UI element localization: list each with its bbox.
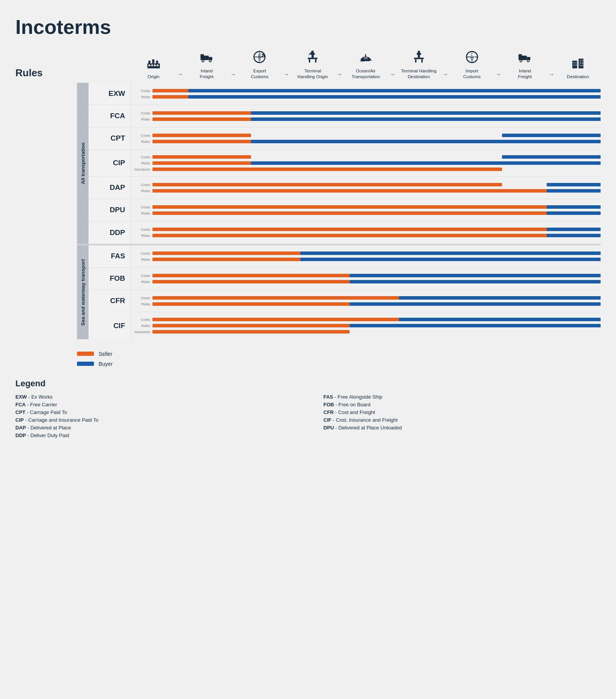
legend-swatches: Seller Buyer xyxy=(77,351,601,367)
def-DPU: DPU - Delivered at Place Unloaded xyxy=(323,425,601,431)
svg-point-13 xyxy=(209,60,211,62)
col-origin: Origin xyxy=(131,56,176,83)
def-CPT: CPT - Carriage Paid To xyxy=(15,409,293,415)
svg-rect-44 xyxy=(582,60,583,62)
term-id-CIF: CIF xyxy=(89,312,131,339)
bars-CIP: Costs Risks xyxy=(131,150,601,176)
term-row-CIF: CIF Costs Risks xyxy=(89,312,601,339)
svg-rect-46 xyxy=(582,62,583,64)
arrow-3: → xyxy=(282,71,290,83)
seller-swatch xyxy=(77,352,94,356)
term-row-FOB: FOB Costs Risks xyxy=(89,268,601,290)
bars-EXW: Costs Risks xyxy=(131,83,601,105)
term-id-CIP: CIP xyxy=(89,150,131,176)
icon-header: Origin → Inland Freight xyxy=(131,50,601,83)
cat-sea-transport: Sea and waterway transport FAS Costs xyxy=(77,245,601,339)
svg-rect-45 xyxy=(580,62,581,64)
arrow-2: → xyxy=(229,71,237,83)
svg-point-35 xyxy=(521,60,522,62)
bars-CIF: Costs Risks xyxy=(131,312,601,339)
bars-FOB: Costs Risks xyxy=(131,268,601,290)
legend-definitions: EXW - Ex Works FAS - Free Alongside Ship… xyxy=(15,394,601,438)
def-EXW: EXW - Ex Works xyxy=(15,394,293,400)
term-id-FAS: FAS xyxy=(89,245,131,267)
term-id-DDP: DDP xyxy=(89,221,131,244)
col-inland-freight-1: Inland Freight xyxy=(184,50,229,83)
col-export-customs: Export Customs xyxy=(237,50,283,83)
svg-rect-1 xyxy=(148,61,150,64)
def-FOB: FOB - Free on Board xyxy=(323,402,601,407)
bars-CFR: Costs Risks xyxy=(131,290,601,312)
svg-rect-50 xyxy=(582,65,583,66)
svg-rect-6 xyxy=(154,64,156,66)
svg-rect-41 xyxy=(573,62,575,64)
arrow-6: → xyxy=(442,71,449,83)
svg-rect-20 xyxy=(315,59,317,62)
svg-rect-49 xyxy=(580,65,581,66)
left-spacer xyxy=(15,83,77,339)
def-DDP: DDP - Deliver Duty Paid xyxy=(15,432,293,438)
svg-rect-26 xyxy=(414,58,424,59)
bars-FAS: Costs Risks xyxy=(131,245,601,267)
arrow-4: → xyxy=(335,71,343,83)
term-id-EXW: EXW xyxy=(89,83,131,105)
def-CFR: CFR - Cost and Freight xyxy=(323,409,601,415)
page-title: Incoterms xyxy=(15,15,601,39)
arrow-5: → xyxy=(388,71,396,83)
term-row-DPU: DPU Costs Risks xyxy=(89,199,601,221)
svg-rect-42 xyxy=(576,62,577,64)
arrow-8: → xyxy=(547,71,555,83)
svg-rect-38 xyxy=(519,54,522,56)
term-id-CFR: CFR xyxy=(89,290,131,312)
col-destination: Destination xyxy=(555,56,601,83)
term-id-DAP: DAP xyxy=(89,177,131,199)
svg-rect-47 xyxy=(573,64,575,66)
legend-section: Legend EXW - Ex Works FAS - Free Alongsi… xyxy=(15,379,601,438)
term-row-CPT: CPT Costs Risks xyxy=(89,127,601,150)
svg-rect-14 xyxy=(200,54,204,56)
term-id-FCA: FCA xyxy=(89,105,131,127)
buyer-swatch xyxy=(77,362,94,366)
term-row-CIP: CIP Costs Risks xyxy=(89,150,601,177)
cat-all-transport: All transportation EXW Costs xyxy=(77,83,601,244)
svg-rect-27 xyxy=(415,59,417,62)
svg-rect-19 xyxy=(309,59,310,62)
svg-rect-24 xyxy=(365,54,366,57)
svg-rect-7 xyxy=(157,64,159,66)
term-row-DDP: DDP Costs Risks xyxy=(89,221,601,244)
term-row-DAP: DAP Costs Risks xyxy=(89,177,601,199)
term-id-DPU: DPU xyxy=(89,199,131,221)
svg-point-11 xyxy=(202,60,204,62)
def-FAS: FAS - Free Alongside Ship xyxy=(323,394,601,400)
svg-rect-3 xyxy=(156,61,158,64)
content-area: All transportation EXW Costs xyxy=(77,83,601,339)
term-id-CPT: CPT xyxy=(89,127,131,149)
rules-label: Rules xyxy=(15,67,43,79)
terms-all: EXW Costs Risks xyxy=(89,83,601,244)
bars-FCA: Costs Risks xyxy=(131,105,601,127)
cat-label-sea: Sea and waterway transport xyxy=(77,245,89,339)
legend-buyer: Buyer xyxy=(77,361,601,367)
svg-rect-4 xyxy=(148,64,150,66)
svg-rect-21 xyxy=(311,53,315,55)
arrow-1: → xyxy=(176,71,184,83)
svg-rect-18 xyxy=(308,58,318,59)
bars-CPT: Costs Risks xyxy=(131,127,601,149)
col-terminal-dest: Terminal Handling Destination xyxy=(396,50,442,83)
def-DAP: DAP - Delivered at Place xyxy=(15,425,293,431)
def-FCA: FCA - Free Carrier xyxy=(15,402,293,407)
term-row-CFR: CFR Costs Risks xyxy=(89,290,601,312)
col-import-customs: Import Customs xyxy=(449,50,495,83)
bars-DAP: Costs Risks xyxy=(131,177,601,199)
svg-rect-43 xyxy=(580,60,581,62)
term-row-FCA: FCA Costs Risks xyxy=(89,105,601,127)
svg-rect-28 xyxy=(421,59,423,62)
def-CIF: CIF - Cost, Insurance and Freight xyxy=(323,417,601,423)
col-inland-freight-2: Inland Freight xyxy=(502,50,547,83)
bars-DPU: Costs Risks xyxy=(131,199,601,221)
bars-DDP: Costs Risks xyxy=(131,221,601,244)
svg-point-37 xyxy=(528,60,529,62)
term-id-FOB: FOB xyxy=(89,268,131,290)
incoterms-grid: All transportation EXW Costs xyxy=(15,83,601,339)
term-row-FAS: FAS Costs Risks xyxy=(89,245,601,268)
